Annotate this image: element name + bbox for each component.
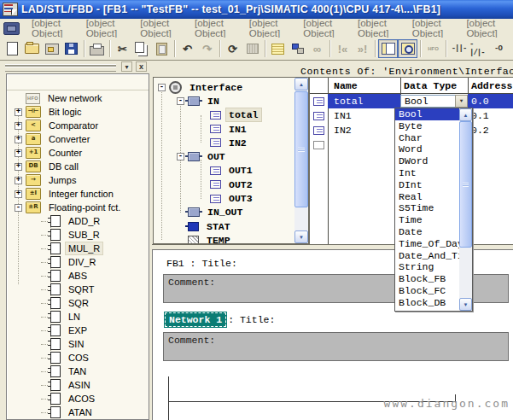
- dropdown-option[interactable]: DInt: [395, 179, 459, 191]
- palette-item[interactable]: + DB DB call: [7, 160, 149, 173]
- palette-item[interactable]: COS: [7, 351, 149, 365]
- dropdown-option[interactable]: Real: [395, 191, 459, 203]
- palette-item[interactable]: + ⊣⊢ Bit logic: [7, 105, 149, 119]
- dropdown-option[interactable]: Block_FC: [395, 285, 459, 297]
- network-badge[interactable]: Network 1: [165, 312, 226, 327]
- dropdown-option[interactable]: Word: [395, 143, 459, 155]
- goto-previous-error-button[interactable]: !«: [333, 39, 353, 58]
- palette-item[interactable]: HFO New network: [7, 91, 149, 105]
- interface-tree-item[interactable]: OUT3: [154, 191, 294, 205]
- network-comment-box[interactable]: Comment:: [163, 332, 509, 361]
- detail-view-toggle-button[interactable]: [398, 39, 417, 58]
- contact-no-button[interactable]: -||-: [449, 39, 469, 58]
- table-row-total[interactable]: total Bool ▼ 0.0: [310, 94, 513, 108]
- tree-expander-icon[interactable]: -: [177, 97, 184, 105]
- copy-button[interactable]: [132, 39, 152, 58]
- palette-item[interactable]: SUB_R: [7, 228, 149, 242]
- combo-dropdown-button[interactable]: ▼: [455, 95, 468, 108]
- dropdown-option[interactable]: DWord: [395, 155, 459, 167]
- tree-expander-icon[interactable]: +: [15, 108, 22, 116]
- coil-button[interactable]: -O: [488, 39, 508, 58]
- palette-item[interactable]: + +1 Counter: [7, 146, 149, 160]
- monitor-button[interactable]: ∞: [307, 39, 327, 58]
- dropdown-option[interactable]: Block_FB: [395, 273, 459, 285]
- network-title[interactable]: : Title:: [228, 314, 275, 325]
- tree-expander-icon[interactable]: +: [15, 136, 22, 143]
- menu-item[interactable]: [object Object]: [79, 16, 133, 40]
- interface-tree-item[interactable]: - IN: [154, 94, 294, 108]
- palette-titlebar[interactable]: ▾ x: [2, 61, 150, 73]
- data-type-combo[interactable]: Bool ▼: [400, 94, 468, 108]
- tree-expander-icon[interactable]: -: [15, 204, 22, 212]
- menu-item[interactable]: [object Object]: [295, 16, 350, 40]
- menu-item[interactable]: [object Object]: [405, 16, 459, 40]
- dropdown-option[interactable]: Bool: [395, 108, 459, 120]
- tree-expander-icon[interactable]: +: [15, 190, 22, 198]
- palette-item[interactable]: ACOS: [7, 392, 149, 405]
- interface-tree-item[interactable]: OUT2: [154, 178, 294, 191]
- dropdown-option[interactable]: String: [395, 261, 459, 273]
- tree-expander-icon[interactable]: -: [158, 84, 166, 91]
- palette-item[interactable]: SQR: [7, 296, 149, 310]
- interface-tree-item[interactable]: total: [154, 108, 294, 122]
- interface-tree-item[interactable]: IN2: [154, 136, 294, 149]
- palette-item[interactable]: ABS: [7, 269, 149, 283]
- interface-tree-item[interactable]: - OUT: [154, 149, 294, 163]
- tree-expander-icon[interactable]: +: [15, 163, 22, 171]
- column-header-address[interactable]: Address: [468, 78, 513, 93]
- interface-tree-item[interactable]: TEMP: [154, 233, 294, 243]
- scroll-up-button[interactable]: ▲: [459, 108, 472, 121]
- paste-button[interactable]: [152, 39, 172, 58]
- palette-item[interactable]: LN: [7, 310, 149, 324]
- combo-value[interactable]: Bool: [400, 95, 455, 108]
- symbol-information-button[interactable]: [268, 39, 288, 58]
- insert-template-button[interactable]: [242, 39, 262, 58]
- palette-item[interactable]: TAN: [7, 365, 149, 378]
- cell-name[interactable]: IN1: [328, 108, 400, 123]
- scroll-down-button[interactable]: ▼: [459, 298, 472, 311]
- dropdown-option[interactable]: Time: [395, 214, 459, 226]
- palette-item[interactable]: ATAN: [7, 405, 149, 419]
- save-button[interactable]: [61, 39, 81, 58]
- program-structure-button[interactable]: [288, 39, 307, 58]
- download-button[interactable]: [42, 39, 61, 58]
- palette-item[interactable]: + ±I Integer function: [7, 187, 149, 201]
- dropdown-option[interactable]: Date: [395, 226, 459, 238]
- cell-address[interactable]: 0.2: [468, 123, 513, 137]
- palette-item[interactable]: EXP: [7, 324, 149, 337]
- interface-tree-item[interactable]: IN1: [154, 122, 294, 136]
- palette-item[interactable]: DIV_R: [7, 255, 149, 269]
- scroll-thumb[interactable]: [294, 91, 308, 207]
- print-button[interactable]: [87, 39, 107, 58]
- undo-button[interactable]: ↶: [178, 39, 197, 58]
- palette-menu-button[interactable]: ▾: [121, 61, 132, 72]
- tree-expander-icon[interactable]: +: [15, 149, 22, 157]
- palette-item[interactable]: SQRT: [7, 283, 149, 296]
- tree-expander-icon[interactable]: -: [177, 153, 184, 160]
- palette-item[interactable]: - ±R Floating-point fct.: [7, 201, 149, 214]
- tree-expander-icon[interactable]: +: [15, 122, 22, 130]
- palette-item[interactable]: + → Jumps: [7, 173, 149, 187]
- cut-button[interactable]: ✂: [113, 39, 132, 58]
- menu-item[interactable]: [object Object]: [24, 16, 79, 40]
- scroll-thumb[interactable]: [459, 121, 472, 248]
- new-button[interactable]: [3, 39, 22, 58]
- dropdown-option[interactable]: Char: [395, 132, 459, 144]
- cell-name[interactable]: IN2: [328, 123, 400, 137]
- tree-expander-icon[interactable]: +: [15, 177, 22, 184]
- dropdown-option[interactable]: Byte: [395, 120, 459, 132]
- menu-item[interactable]: [object Object]: [458, 16, 513, 40]
- column-header-name[interactable]: Name: [328, 78, 400, 93]
- dropdown-scrollbar[interactable]: ▲ ▼: [459, 108, 472, 311]
- scroll-up-button[interactable]: ▲: [294, 78, 308, 90]
- mdi-child-icon[interactable]: [3, 22, 20, 35]
- overview-toggle-button[interactable]: [378, 39, 398, 58]
- block-title[interactable]: FB1 : Title:: [166, 258, 237, 269]
- open-button[interactable]: [22, 39, 42, 58]
- interface-tree-item[interactable]: OUT1: [154, 164, 294, 178]
- interface-tree-item[interactable]: STAT: [154, 219, 294, 233]
- scroll-down-button[interactable]: ▼: [294, 230, 308, 243]
- update-block-call-button[interactable]: ⟳: [223, 39, 242, 58]
- dropdown-option[interactable]: S5Time: [395, 202, 459, 214]
- goto-next-error-button[interactable]: »!: [353, 39, 372, 58]
